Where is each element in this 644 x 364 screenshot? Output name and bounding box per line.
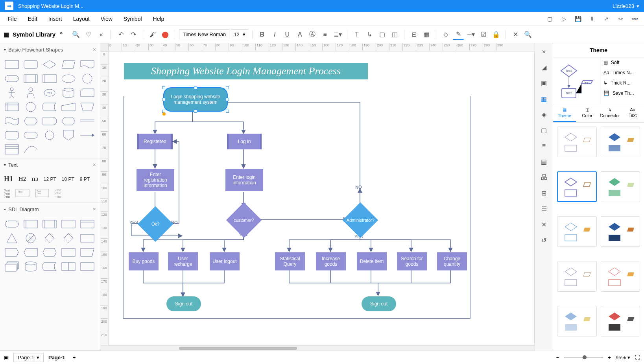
sdl-shape-stack[interactable] (4, 261, 20, 272)
shape-tape[interactable] (4, 116, 20, 127)
font-family-select[interactable]: Times New Roman (179, 29, 229, 39)
sdl-shape-1[interactable] (4, 219, 20, 230)
theme-card-7[interactable] (557, 261, 597, 292)
lock-button[interactable]: 🔒 (491, 29, 502, 40)
shape-decision[interactable] (42, 59, 57, 70)
theme-opt-line[interactable]: ↳Thick R... (600, 78, 644, 88)
sdl-shape-11[interactable] (42, 261, 57, 272)
shape-yes-label[interactable]: Yes (42, 87, 57, 98)
sdl-shape-8[interactable] (42, 247, 57, 258)
shape-curve[interactable] (23, 144, 39, 155)
sdl-shape-10[interactable] (79, 247, 95, 258)
format-painter-button[interactable]: 🖌 (147, 29, 158, 40)
node-signout-1[interactable]: Sign out (166, 296, 201, 311)
node-logout[interactable]: User logout (210, 252, 240, 270)
node-enter-reg[interactable]: Enter registration information (137, 169, 174, 191)
italic-button[interactable]: I (269, 29, 280, 40)
theme-card-9[interactable] (557, 306, 597, 336)
node-stat[interactable]: Statistical Query (275, 252, 305, 270)
sdl-shape-x[interactable] (23, 233, 39, 244)
theme-card-8[interactable] (601, 261, 640, 292)
shape-pill[interactable] (23, 130, 39, 141)
shape-database[interactable] (61, 87, 76, 98)
shape-person[interactable] (23, 87, 39, 98)
sdl-shape-diamond[interactable] (42, 233, 57, 244)
layers-icon[interactable]: ◈ (539, 109, 549, 119)
menu-view[interactable]: View (95, 13, 118, 24)
shape-prep[interactable] (23, 116, 39, 127)
shape-manual-op[interactable] (79, 101, 95, 112)
glasses-icon[interactable]: 👓 (630, 14, 639, 24)
sdl-shape-db[interactable] (23, 261, 39, 272)
shape-offpage[interactable] (61, 130, 76, 141)
shape-rounded[interactable] (23, 59, 39, 70)
text-box2[interactable]: TextText (35, 189, 49, 199)
shape-manual-input[interactable] (61, 101, 76, 112)
node-registered[interactable]: Registered (137, 134, 173, 149)
shape-predefined[interactable] (23, 73, 39, 84)
theme-card-2[interactable] (601, 127, 640, 157)
theme-card-4[interactable] (601, 171, 640, 202)
shape-arrow[interactable] (79, 130, 95, 141)
align-button[interactable]: ≡ (319, 29, 330, 40)
theme-card-5[interactable] (557, 216, 597, 247)
shape-data[interactable] (61, 59, 76, 70)
play-icon[interactable]: ▷ (559, 14, 568, 24)
shape-hexagon[interactable] (61, 116, 76, 127)
data-icon[interactable]: ≡ (539, 141, 549, 151)
picture-icon[interactable]: ▤ (539, 156, 549, 167)
sdl-shape-4[interactable] (61, 219, 76, 230)
zoom-in-button[interactable]: + (608, 355, 611, 360)
node-enter-login[interactable]: Enter login information (225, 169, 263, 191)
shape-ellipse[interactable] (61, 73, 76, 84)
insert-image-icon[interactable]: ▣ (539, 78, 549, 88)
horizontal-scrollbar[interactable] (100, 345, 535, 351)
shape-terminator[interactable] (4, 73, 20, 84)
menu-symbol[interactable]: Symbol (118, 13, 148, 24)
line-spacing-button[interactable]: ≣▾ (332, 29, 343, 40)
sdl-shape-3[interactable] (42, 219, 57, 230)
text-h1[interactable]: H1 (4, 175, 13, 183)
tab-theme[interactable]: ▦Theme (553, 104, 576, 122)
node-search[interactable]: Search for goods (397, 252, 427, 270)
shape-actor[interactable] (4, 87, 20, 98)
node-login[interactable]: Log in (227, 134, 262, 149)
search-icon[interactable]: 🔍 (72, 30, 80, 39)
menu-layout[interactable]: Layout (68, 13, 95, 24)
save-icon[interactable]: 💾 (573, 14, 583, 24)
search-canvas-button[interactable]: 🔍 (522, 29, 533, 40)
zoom-slider[interactable] (564, 357, 603, 358)
share-icon[interactable]: ⫘ (616, 14, 625, 24)
font-size-select[interactable]: 12▾ (231, 29, 248, 39)
zoom-level[interactable]: 95%▾ (616, 355, 630, 360)
flowchart-shapes-header[interactable]: ▾ Basic Flowchart Shapes × (0, 43, 100, 56)
line-color-button[interactable]: ✎ (453, 29, 464, 40)
layers-button[interactable]: ◫ (389, 29, 400, 40)
app-logo[interactable]: ⇒ (5, 2, 13, 10)
fill-bucket-icon[interactable]: ◢ (539, 62, 549, 72)
text-12pt[interactable]: 12 PT (44, 176, 56, 182)
shape-document[interactable] (79, 59, 95, 70)
node-customer-decision[interactable]: customer? (226, 202, 262, 238)
node-change[interactable]: Change quantity (437, 252, 467, 270)
org-icon[interactable]: 品 (539, 172, 549, 182)
text-highlight-button[interactable]: Ⓐ (307, 29, 318, 40)
text-10pt[interactable]: 10 PT (62, 176, 74, 182)
user-menu[interactable]: Lizzie123 ▾ (613, 3, 639, 9)
presentation-icon[interactable]: ▢ (545, 14, 554, 24)
node-signout-2[interactable]: Sign out (362, 296, 396, 311)
shape-stored[interactable] (42, 101, 57, 112)
menu-help[interactable]: Help (148, 13, 170, 24)
bold-button[interactable]: B (256, 29, 268, 40)
undo-button[interactable]: ↶ (115, 29, 126, 40)
theme-grid-icon[interactable]: ▦ (539, 94, 549, 104)
favorite-icon[interactable]: ♡ (84, 30, 93, 39)
underline-button[interactable]: U (282, 29, 293, 40)
text-shapes-header[interactable]: ▾ Text × (0, 158, 100, 171)
shape-card[interactable] (79, 87, 95, 98)
node-increase[interactable]: Increase goods (316, 252, 346, 270)
page-select[interactable]: Page-1▾ (13, 353, 44, 362)
theme-opt-soft[interactable]: ▦Soft (600, 57, 644, 68)
text-9pt[interactable]: 9 PT (80, 176, 90, 182)
close-icon[interactable]: × (93, 206, 96, 212)
